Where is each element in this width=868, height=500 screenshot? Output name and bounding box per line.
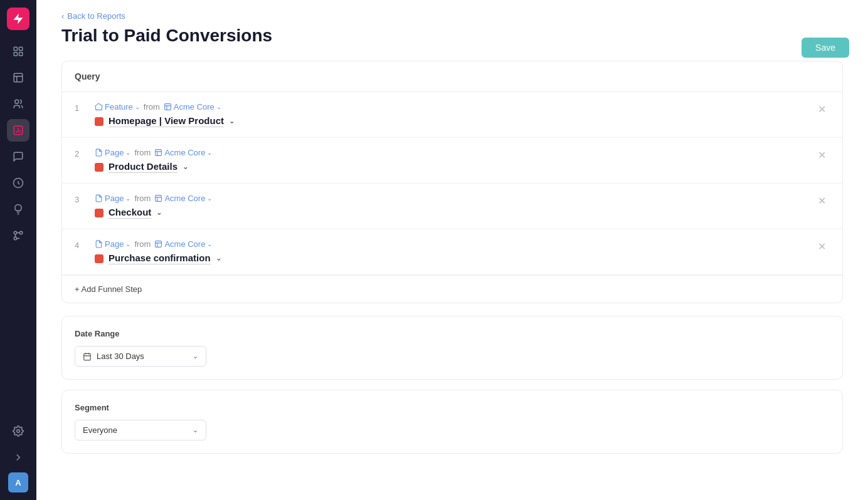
date-range-card: Date Range Last 30 Days ⌄ [61,316,843,380]
step-origin-4[interactable]: Acme Core ⌄ [154,239,212,249]
step-source-3: Page ⌄ from Acme Core ⌄ [95,194,804,203]
step-type-2[interactable]: Page ⌄ [95,148,130,157]
svg-rect-14 [156,195,162,202]
from-label-4: from [134,239,151,249]
step-name-chevron-4: ⌄ [216,254,221,263]
sidebar-item-messages[interactable] [7,145,29,168]
calendar-icon [83,352,92,361]
page-title: Trial to Paid Conversions [61,26,843,46]
step-name-3: Checkout ⌄ [95,207,804,219]
date-range-value: Last 30 Days [97,352,144,361]
svg-rect-12 [164,104,171,110]
step-origin-2[interactable]: Acme Core ⌄ [154,148,212,157]
segment-value: Everyone [83,425,117,435]
query-card: Query 1 Feature ⌄ from Acme Core ⌄ [61,61,843,303]
segment-label: Segment [75,403,830,412]
step-name-1: Homepage | View Product ⌄ [95,115,804,127]
step-number-3: 3 [75,194,85,204]
sidebar-item-reports[interactable] [7,119,29,142]
step-remove-4[interactable]: ✕ [814,239,830,254]
step-origin-3[interactable]: Acme Core ⌄ [154,194,212,203]
svg-point-10 [14,237,17,240]
step-name-chevron-3: ⌄ [156,209,162,217]
step-content-4: Page ⌄ from Acme Core ⌄ Purchase confirm… [95,239,804,264]
step-remove-2[interactable]: ✕ [814,148,830,162]
from-label-3: from [134,194,151,203]
step-content-1: Feature ⌄ from Acme Core ⌄ Homepage | Vi… [95,102,804,127]
step-name-text-1[interactable]: Homepage | View Product [109,115,224,127]
sidebar-item-users[interactable] [7,93,29,115]
step-color-dot-1 [95,117,103,126]
svg-rect-3 [19,53,23,56]
query-section-label: Query [62,61,842,92]
from-label-1: from [144,102,160,112]
step-number-2: 2 [75,148,85,159]
svg-point-5 [15,100,19,103]
step-remove-1[interactable]: ✕ [814,102,830,117]
main-content: Save ‹ Back to Reports Trial to Paid Con… [36,0,868,500]
step-name-4: Purchase confirmation ⌄ [95,253,804,264]
segment-card: Segment Everyone ⌄ [61,390,843,454]
step-content-2: Page ⌄ from Acme Core ⌄ Product Details … [95,148,804,173]
svg-rect-4 [14,73,23,82]
app-logo[interactable] [7,8,29,30]
svg-point-9 [19,231,23,234]
step-color-dot-4 [95,254,103,263]
sidebar-item-expand[interactable] [7,446,29,469]
step-color-dot-2 [95,163,103,172]
chevron-left-icon: ‹ [61,11,64,21]
from-label-2: from [134,148,151,157]
step-name-2: Product Details ⌄ [95,161,804,173]
date-range-select[interactable]: Last 30 Days ⌄ [75,346,206,367]
svg-rect-16 [84,353,91,360]
svg-point-11 [17,430,20,433]
step-source-2: Page ⌄ from Acme Core ⌄ [95,148,804,157]
chevron-down-icon: ⌄ [193,352,198,360]
svg-rect-13 [156,150,162,156]
funnel-step-1: 1 Feature ⌄ from Acme Core ⌄ [62,92,842,138]
step-type-1[interactable]: Feature ⌄ [95,102,140,112]
svg-rect-0 [14,47,17,50]
sidebar-item-dashboard[interactable] [7,40,29,63]
svg-rect-2 [14,53,17,56]
back-to-reports-link[interactable]: ‹ Back to Reports [61,0,843,26]
sidebar-item-analytics[interactable] [7,66,29,89]
save-button[interactable]: Save [802,38,849,58]
back-link-text: Back to Reports [67,11,125,21]
step-name-chevron-2: ⌄ [183,163,188,171]
sidebar-item-journey[interactable] [7,172,29,194]
step-source-4: Page ⌄ from Acme Core ⌄ [95,239,804,249]
avatar[interactable]: A [8,472,28,492]
svg-point-8 [14,231,17,234]
step-number-1: 1 [75,102,85,113]
funnel-step-4: 4 Page ⌄ from Acme Core ⌄ [62,229,842,275]
step-name-text-4[interactable]: Purchase confirmation [109,253,211,264]
step-content-3: Page ⌄ from Acme Core ⌄ Checkout ⌄ [95,194,804,219]
step-color-dot-3 [95,209,103,217]
sidebar-item-integrations[interactable] [7,224,29,247]
sidebar: A [0,0,36,500]
step-type-4[interactable]: Page ⌄ [95,239,130,249]
step-name-text-3[interactable]: Checkout [109,207,151,219]
add-funnel-step-button[interactable]: + Add Funnel Step [62,275,842,303]
sidebar-item-insights[interactable] [7,198,29,221]
segment-select[interactable]: Everyone ⌄ [75,420,206,440]
step-type-3[interactable]: Page ⌄ [95,194,130,203]
step-source-1: Feature ⌄ from Acme Core ⌄ [95,102,804,112]
sidebar-item-settings[interactable] [7,420,29,442]
date-range-label: Date Range [75,329,830,338]
step-origin-1[interactable]: Acme Core ⌄ [164,102,221,112]
svg-rect-1 [19,47,23,50]
step-remove-3[interactable]: ✕ [814,194,830,208]
step-name-chevron-1: ⌄ [229,117,235,125]
step-number-4: 4 [75,239,85,250]
funnel-step-3: 3 Page ⌄ from Acme Core ⌄ [62,184,842,229]
segment-chevron-down-icon: ⌄ [193,426,198,434]
step-name-text-2[interactable]: Product Details [109,161,177,173]
svg-rect-15 [156,241,162,247]
funnel-step-2: 2 Page ⌄ from Acme Core ⌄ [62,138,842,184]
